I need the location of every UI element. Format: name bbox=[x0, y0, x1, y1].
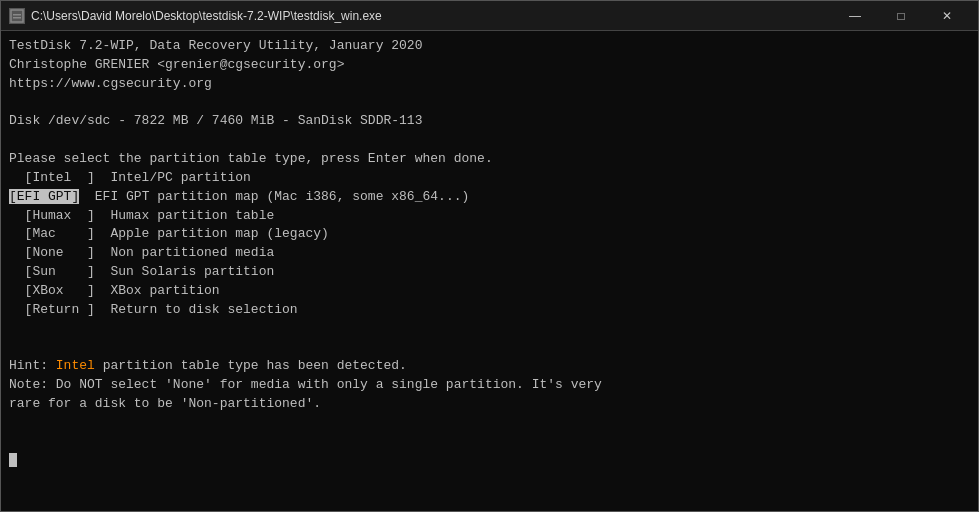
svg-rect-1 bbox=[13, 14, 21, 16]
close-button[interactable]: ✕ bbox=[924, 1, 970, 31]
line-2: https://www.cgsecurity.org bbox=[9, 75, 970, 94]
titlebar-controls: — □ ✕ bbox=[832, 1, 970, 31]
selected-efigpt[interactable]: [EFI GPT] bbox=[9, 189, 79, 204]
line-0: TestDisk 7.2-WIP, Data Recovery Utility,… bbox=[9, 37, 970, 56]
line-none: [None ] Non partitioned media bbox=[9, 244, 970, 263]
titlebar-left: C:\Users\David Morelo\Desktop\testdisk-7… bbox=[9, 8, 382, 24]
line-note1: Note: Do NOT select 'None' for media wit… bbox=[9, 376, 970, 395]
line-intel: [Intel ] Intel/PC partition bbox=[9, 169, 970, 188]
line-empty4 bbox=[9, 433, 970, 452]
line-sun: [Sun ] Sun Solaris partition bbox=[9, 263, 970, 282]
line-mac: [Mac ] Apple partition map (legacy) bbox=[9, 225, 970, 244]
line-efigpt-selected: [EFI GPT] EFI GPT partition map (Mac i38… bbox=[9, 188, 970, 207]
terminal-cursor bbox=[9, 453, 17, 467]
line-empty1 bbox=[9, 320, 970, 339]
svg-rect-2 bbox=[13, 17, 21, 19]
line-xbox: [XBox ] XBox partition bbox=[9, 282, 970, 301]
line-empty2 bbox=[9, 339, 970, 358]
maximize-button[interactable]: □ bbox=[878, 1, 924, 31]
window-icon bbox=[9, 8, 25, 24]
line-humax: [Humax ] Humax partition table bbox=[9, 207, 970, 226]
line-return: [Return ] Return to disk selection bbox=[9, 301, 970, 320]
line-note2: rare for a disk to be 'Non-partitioned'. bbox=[9, 395, 970, 414]
titlebar-title: C:\Users\David Morelo\Desktop\testdisk-7… bbox=[31, 9, 382, 23]
line-1: Christophe GRENIER <grenier@cgsecurity.o… bbox=[9, 56, 970, 75]
titlebar: C:\Users\David Morelo\Desktop\testdisk-7… bbox=[1, 1, 978, 31]
line-hint: Hint: Intel partition table type has bee… bbox=[9, 357, 970, 376]
hint-intel-word: Intel bbox=[56, 358, 95, 373]
svg-rect-0 bbox=[11, 10, 23, 22]
minimize-button[interactable]: — bbox=[832, 1, 878, 31]
line-6: Please select the partition table type, … bbox=[9, 150, 970, 169]
terminal-output: TestDisk 7.2-WIP, Data Recovery Utility,… bbox=[1, 31, 978, 511]
line-4: Disk /dev/sdc - 7822 MB / 7460 MiB - San… bbox=[9, 112, 970, 131]
line-5 bbox=[9, 131, 970, 150]
cursor-line bbox=[9, 452, 970, 471]
line-empty3 bbox=[9, 414, 970, 433]
line-3 bbox=[9, 94, 970, 113]
main-window: C:\Users\David Morelo\Desktop\testdisk-7… bbox=[0, 0, 979, 512]
